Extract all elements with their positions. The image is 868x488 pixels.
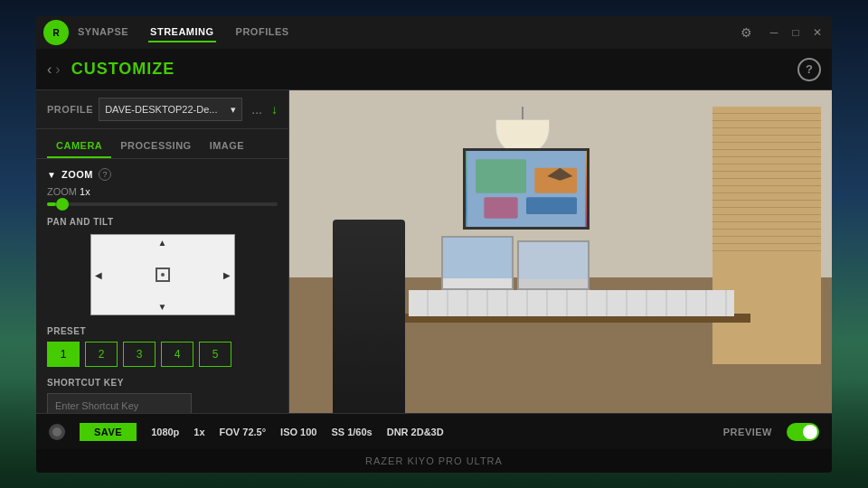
pan-tilt-label: PAN AND TILT [47,217,278,227]
scene-lamp [495,107,550,152]
pan-left-button[interactable]: ◀ [95,270,102,280]
preset-btn-2[interactable]: 2 [85,342,118,367]
scene-monitor-2 [517,240,590,290]
ss-status: SS 1/60s [331,427,372,437]
scene-monitor-1 [441,236,514,290]
zoom-section-header: ▼ ZOOM ? [47,168,278,181]
svg-rect-3 [476,160,526,193]
status-indicator [49,424,65,440]
status-bar: SAVE 1080p 1x FOV 72.5° ISO 100 SS 1/60s… [36,413,832,449]
preset-btn-4[interactable]: 4 [161,342,193,367]
profile-download-button[interactable]: ↓ [271,102,278,117]
shortcut-key-input[interactable] [47,393,192,413]
help-button[interactable]: ? [797,58,821,81]
preset-buttons: 1 2 3 4 5 [47,342,278,367]
svg-point-8 [52,427,61,436]
zoom-slider[interactable] [47,202,278,206]
maximize-button[interactable]: □ [788,25,803,40]
pan-down-button[interactable]: ▼ [158,302,167,312]
title-bar-nav: SYNAPSE STREAMING PROFILES [76,23,741,42]
device-name-label: RAZER KIYO PRO ULTRA [365,455,503,466]
nav-streaming[interactable]: STREAMING [148,23,216,42]
page-title: CUSTOMIZE [71,60,797,79]
preview-toggle[interactable] [787,423,819,441]
svg-rect-6 [526,198,577,215]
minimize-button[interactable]: ─ [767,25,781,40]
iso-status: ISO 100 [280,427,316,437]
fov-status: FOV 72.5° [220,427,266,437]
preview-label: PREVIEW [723,427,772,437]
scene-poster [463,148,590,230]
header-bar: ‹ › CUSTOMIZE ? [36,49,832,90]
svg-text:R: R [52,28,60,38]
tab-bar: CAMERA PROCESSING IMAGE [36,129,288,159]
scene-desk-items [409,290,734,316]
app-window: R SYNAPSE STREAMING PROFILES ⚙ ─ □ ✕ ‹ ›… [36,16,832,473]
svg-rect-5 [484,198,517,219]
pan-right-button[interactable]: ▶ [223,270,231,280]
preset-btn-1[interactable]: 1 [47,342,80,367]
preset-btn-3[interactable]: 3 [123,342,156,367]
tab-image[interactable]: IMAGE [201,135,254,158]
title-bar: R SYNAPSE STREAMING PROFILES ⚙ ─ □ ✕ [36,16,832,49]
profile-label: PROFILE [47,104,93,115]
preset-btn-5[interactable]: 5 [199,342,231,367]
close-button[interactable]: ✕ [810,25,825,40]
zoom-info-icon[interactable]: ? [99,168,111,181]
profile-value: DAVE-DESKTOP22-De... [105,104,217,115]
left-panel: PROFILE DAVE-DESKTOP22-De... ▾ ... ↓ CAM… [36,90,289,413]
profile-dropdown[interactable]: DAVE-DESKTOP22-De... ▾ [99,98,242,121]
nav-synapse[interactable]: SYNAPSE [76,23,130,42]
pan-up-button[interactable]: ▲ [158,238,167,248]
profile-more-button[interactable]: ... [248,102,266,117]
camera-panel: ▼ ZOOM ? ZOOM 1x PAN AND TILT ▲ [36,159,288,413]
zoom-collapse-arrow[interactable]: ▼ [47,170,56,180]
dropdown-arrow-icon: ▾ [231,104,236,116]
back-button[interactable]: ‹ [47,61,52,78]
dnr-status: DNR 2D&3D [387,427,444,437]
scene-blinds [712,107,821,365]
shortcut-key-label: SHORTCUT KEY [47,378,278,388]
tab-processing[interactable]: PROCESSING [111,135,200,158]
camera-scene [289,90,832,413]
zoom-status: 1x [193,427,204,437]
razer-logo: R [43,20,69,45]
settings-icon[interactable]: ⚙ [741,25,752,40]
preset-label: PRESET [47,326,278,336]
pan-tilt-center[interactable] [156,267,170,282]
scene-chair [333,220,405,413]
pan-tilt-widget[interactable]: ▲ ▼ ◀ ▶ [90,234,235,315]
tab-camera[interactable]: CAMERA [47,135,111,158]
camera-preview-panel [289,90,832,413]
zoom-section-title: ZOOM [61,169,93,180]
device-bar: RAZER KIYO PRO ULTRA [36,449,832,473]
profile-row: PROFILE DAVE-DESKTOP22-De... ▾ ... ↓ [36,90,288,129]
nav-profiles[interactable]: PROFILES [234,23,291,42]
zoom-value-label: ZOOM 1x [47,186,278,197]
resolution-status: 1080p [151,427,179,437]
title-bar-controls: ⚙ ─ □ ✕ [741,25,825,40]
save-button[interactable]: SAVE [80,423,137,441]
content-area: PROFILE DAVE-DESKTOP22-De... ▾ ... ↓ CAM… [36,90,832,413]
forward-button[interactable]: › [55,61,60,78]
